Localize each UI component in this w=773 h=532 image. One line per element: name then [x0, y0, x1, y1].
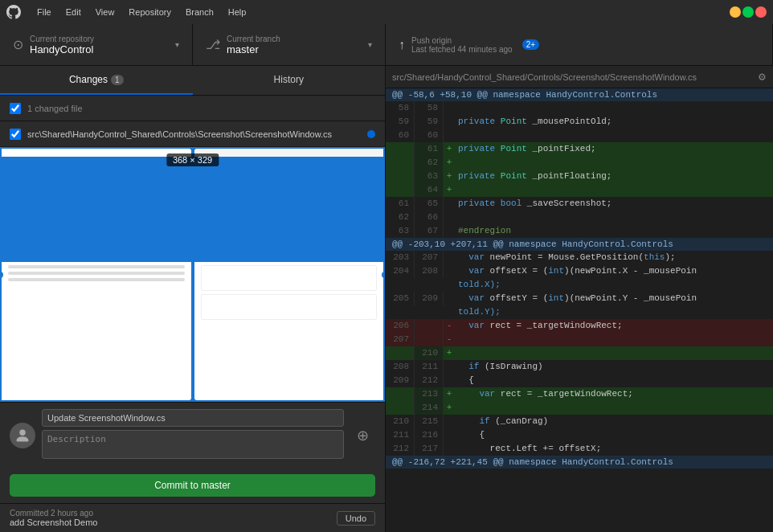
hunk-header-3: @@ -216,72 +221,45 @@ namespace HandyCon…	[386, 456, 773, 469]
github-logo	[6, 5, 21, 19]
commit-user-row: Description ⊕	[0, 403, 385, 468]
tab-bar: Changes 1 History	[0, 66, 385, 96]
diff-line: 63 67 #endregion	[386, 224, 773, 238]
branch-name: master	[227, 43, 280, 55]
menu-file[interactable]: File	[31, 6, 58, 18]
branch-info: Current branch master	[227, 35, 280, 55]
diff-line: 62 66	[386, 211, 773, 224]
resize-handle-right[interactable]	[382, 272, 385, 278]
commit-message: add Screenshot Demo	[10, 518, 97, 527]
diff-line: 205 209 var offsetY = (int)(newPoint.Y -…	[386, 292, 773, 305]
commit-description-input[interactable]: Description	[42, 430, 344, 459]
diff-after-panel	[193, 147, 386, 402]
changed-count: 1 changed file	[27, 104, 83, 113]
diff-line: 208 211 if (IsDrawing)	[386, 360, 773, 374]
diff-line-add: 214 +	[386, 401, 773, 415]
image-diff-area: 368 × 329	[0, 147, 385, 402]
minimize-button[interactable]	[730, 6, 741, 18]
file-item[interactable]: src\Shared\HandyControl_Shared\Controls\…	[0, 121, 385, 147]
diff-file-header: src/Shared/HandyControl_Shared/Controls/…	[386, 66, 773, 88]
commit-button-row: Commit to master	[0, 468, 385, 503]
diff-line: 211 216 {	[386, 428, 773, 442]
hunk-header-1: @@ -58,6 +58,10 @@ namespace HandyContro…	[386, 88, 773, 101]
diff-line: 209 212 {	[386, 374, 773, 387]
menu-view[interactable]: View	[89, 6, 121, 18]
changed-files-header: 1 changed file	[0, 96, 385, 121]
branch-chevron-icon: ▾	[368, 40, 372, 49]
diff-line-add: 213 + var rect = _targetWindowRect;	[386, 387, 773, 401]
maximize-button[interactable]	[742, 6, 754, 18]
right-panel: src/Shared/HandyControl_Shared/Controls/…	[386, 66, 773, 532]
close-button[interactable]	[755, 6, 767, 18]
branch-label: Current branch	[227, 35, 280, 43]
topbar: ⊙ Current repository HandyControl ▾ ⎇ Cu…	[0, 24, 773, 66]
diff-after-blue-block	[194, 157, 384, 262]
diff-line-del: 206 - var rect = _targetWindowRect;	[386, 319, 773, 333]
push-label: Push origin	[411, 36, 513, 45]
diff-before-panel	[0, 147, 193, 402]
diff-line-add: 62 +	[386, 156, 773, 170]
commit-button[interactable]: Commit to master	[10, 474, 375, 497]
diff-line: 61 65 private bool _saveScreenshot;	[386, 197, 773, 211]
commit-summary-input[interactable]	[42, 409, 344, 427]
left-panel: Changes 1 History 1 changed file src\Sha…	[0, 66, 386, 532]
diff-line-add: 210 +	[386, 346, 773, 360]
titlebar: File Edit View Repository Branch Help	[0, 0, 773, 24]
diff-line-add: 64 +	[386, 183, 773, 197]
undo-button[interactable]: Undo	[337, 511, 375, 526]
select-all-checkbox[interactable]	[10, 103, 21, 114]
push-badge: 2+	[522, 39, 539, 50]
menu-help[interactable]: Help	[222, 6, 253, 18]
bottom-bar: Committed 2 hours ago add Screenshot Dem…	[0, 503, 385, 532]
bottom-commit-info: Committed 2 hours ago add Screenshot Dem…	[10, 509, 97, 527]
tab-history[interactable]: History	[193, 66, 386, 95]
current-branch-section[interactable]: ⎇ Current branch master ▾	[193, 24, 386, 65]
diff-dimensions-label: 368 × 329	[166, 153, 219, 166]
diff-resize-divider[interactable]	[193, 147, 194, 402]
repo-name: HandyControl	[30, 43, 94, 55]
push-sub: Last fetched 44 minutes ago	[411, 45, 513, 54]
push-info: Push origin Last fetched 44 minutes ago	[411, 36, 513, 54]
repo-info: Current repository HandyControl	[30, 35, 94, 55]
diff-content[interactable]: @@ -58,6 +58,10 @@ namespace HandyContro…	[386, 88, 773, 532]
main-layout: Changes 1 History 1 changed file src\Sha…	[0, 66, 773, 532]
push-origin-section[interactable]: ↑ Push origin Last fetched 44 minutes ag…	[386, 24, 773, 65]
diff-line: 210 215 if (_canDrag)	[386, 415, 773, 428]
repo-label: Current repository	[30, 35, 94, 43]
repo-chevron-icon: ▾	[175, 40, 179, 49]
diff-line-add: 61 + private Point _pointFixed;	[386, 142, 773, 156]
file-checkbox[interactable]	[10, 129, 21, 140]
diff-line: 204 208 var offsetX = (int)(newPoint.X -…	[386, 264, 773, 278]
diff-line-add: 63 + private Point _pointFloating;	[386, 170, 773, 183]
window-controls	[730, 6, 767, 18]
menu-edit[interactable]: Edit	[59, 6, 88, 18]
user-avatar	[10, 423, 35, 448]
branch-icon: ⎇	[206, 37, 220, 52]
diff-file-path: src/Shared/HandyControl_Shared/Controls/…	[392, 72, 758, 82]
diff-line: 203 207 var newPoint = Mouse.GetPosition…	[386, 251, 773, 264]
diff-line: 60 60	[386, 129, 773, 142]
diff-after-white-area	[194, 262, 384, 400]
menu-bar: File Edit View Repository Branch Help	[31, 6, 252, 18]
file-path: src\Shared\HandyControl_Shared\Controls\…	[27, 129, 364, 139]
commit-time: Committed 2 hours ago	[10, 509, 97, 518]
file-modified-dot	[367, 130, 375, 138]
diff-line: 58 58	[386, 101, 773, 115]
current-repo-section[interactable]: ⊙ Current repository HandyControl ▾	[0, 24, 193, 65]
menu-repository[interactable]: Repository	[122, 6, 178, 18]
repo-icon: ⊙	[13, 37, 23, 52]
diff-line-del: 207 -	[386, 333, 773, 346]
resize-handle-bottom[interactable]	[190, 399, 196, 402]
diff-white-area	[2, 262, 191, 400]
changes-badge: 1	[111, 75, 124, 85]
commit-section: Description ⊕ Commit to master	[0, 402, 385, 503]
hunk-header-2: @@ -203,10 +207,11 @@ namespace HandyCon…	[386, 238, 773, 251]
diff-blue-block	[2, 157, 191, 262]
coauthor-button[interactable]: ⊕	[350, 424, 375, 448]
diff-options-icon[interactable]: ⚙	[758, 72, 767, 83]
commit-inputs: Description	[42, 409, 344, 461]
tab-changes[interactable]: Changes 1	[0, 66, 193, 95]
push-arrow-icon: ↑	[399, 38, 405, 52]
menu-branch[interactable]: Branch	[179, 6, 220, 18]
diff-line: told.X);	[386, 278, 773, 292]
